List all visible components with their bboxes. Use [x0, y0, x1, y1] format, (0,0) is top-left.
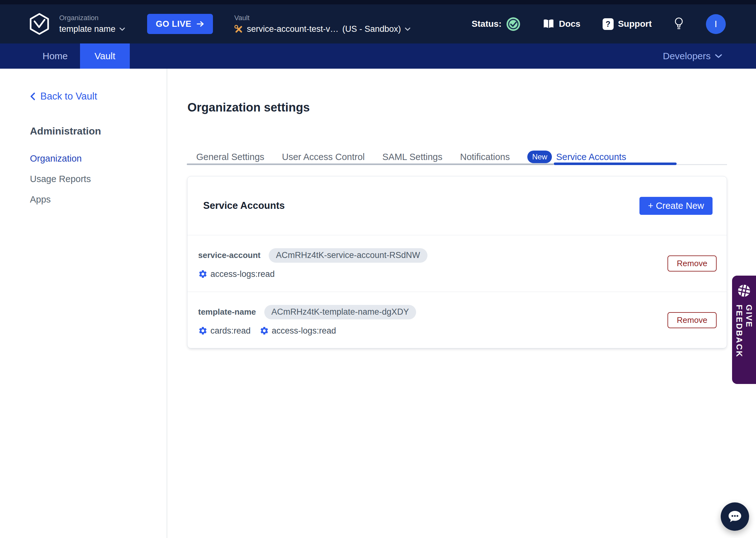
service-account-row: template-nameACmRHz4tK-template-name-dgX…	[188, 292, 727, 349]
sidebar-item-organization[interactable]: Organization	[30, 153, 91, 164]
remove-button[interactable]: Remove	[668, 312, 717, 328]
support-link[interactable]: ? Support	[603, 18, 652, 30]
back-to-vault-label: Back to Vault	[40, 91, 97, 102]
primary-nav: Home Vault Developers	[0, 43, 756, 69]
lightbulb-icon[interactable]	[674, 17, 684, 31]
service-accounts-card: Service Accounts + Create New service-ac…	[187, 176, 727, 349]
give-feedback-label: GIVE FEEDBACK	[734, 304, 754, 384]
app-header: Organization template name GO LIVE Vault…	[0, 4, 756, 43]
header-actions: Status: Docs ? Support I	[471, 14, 726, 34]
card-header: Service Accounts + Create New	[188, 176, 727, 235]
tab-label: Notifications	[460, 152, 510, 162]
tab-user-access-control[interactable]: User Access Control	[282, 152, 365, 162]
gear-icon	[259, 326, 269, 336]
sidebar-item-usage-reports[interactable]: Usage Reports	[30, 174, 91, 184]
nav-tab-home[interactable]: Home	[42, 43, 68, 69]
feedback-grid-icon	[737, 284, 751, 298]
avatar[interactable]: I	[706, 14, 726, 34]
developers-label: Developers	[663, 51, 711, 61]
vault-name: service-account-test-v…	[247, 24, 339, 34]
sidebar-item-apps[interactable]: Apps	[30, 194, 91, 205]
chevron-down-icon	[715, 54, 722, 58]
sidebar-section-title: Administration	[30, 125, 101, 137]
sidebar-divider	[167, 69, 167, 538]
sidebar-nav: OrganizationUsage ReportsApps	[30, 153, 91, 205]
arrow-right-icon	[196, 21, 204, 27]
chevron-down-icon	[119, 27, 125, 31]
gear-icon	[198, 326, 208, 336]
tabs-underline	[187, 163, 554, 165]
tab-label: General Settings	[196, 152, 264, 162]
tab-saml-settings[interactable]: SAML Settings	[382, 152, 443, 162]
card-title: Service Accounts	[203, 200, 285, 211]
account-list: service-accountACmRHz4tK-service-account…	[188, 235, 727, 349]
book-icon	[543, 19, 554, 29]
tab-label: SAML Settings	[382, 152, 443, 162]
scope-access-logs-read: access-logs:read	[198, 269, 275, 279]
active-tab-indicator	[554, 163, 676, 165]
tab-label: Service Accounts	[556, 152, 626, 162]
avatar-letter: I	[714, 19, 717, 29]
chevron-left-icon	[30, 92, 35, 100]
status-ok-icon	[506, 17, 521, 31]
scope-label: access-logs:read	[210, 269, 275, 279]
org-label: Organization	[59, 14, 125, 22]
tab-label: User Access Control	[282, 152, 365, 162]
question-icon: ?	[603, 18, 614, 30]
account-token-pill: ACmRHz4tK-template-name-dgXDY	[264, 305, 416, 319]
give-feedback-tab[interactable]: GIVE FEEDBACK	[732, 276, 756, 384]
window-top-strip	[0, 0, 756, 4]
nav-tab-vault[interactable]: Vault	[80, 43, 130, 69]
vault-switcher[interactable]: Vault service-account-test-v… (US - Sand…	[234, 14, 410, 34]
account-name: template-name	[198, 307, 256, 317]
settings-tabs: General SettingsUser Access ControlSAML …	[196, 150, 626, 164]
account-scopes: access-logs:read	[198, 269, 427, 279]
scope-cards-read: cards:read	[198, 326, 251, 336]
tab-service-accounts[interactable]: NewService Accounts	[527, 150, 626, 163]
go-live-button[interactable]: GO LIVE	[147, 14, 213, 34]
support-label: Support	[618, 19, 652, 29]
vault-region: (US - Sandbox)	[343, 24, 401, 34]
org-switcher[interactable]: Organization template name	[59, 14, 125, 34]
org-name: template name	[59, 24, 116, 34]
vgs-logo-icon	[29, 13, 50, 35]
sandbox-wrench-icon	[234, 25, 243, 34]
account-scopes: cards:readaccess-logs:read	[198, 326, 416, 336]
tab-general-settings[interactable]: General Settings	[196, 152, 264, 162]
status-link[interactable]: Status:	[471, 17, 521, 31]
chevron-down-icon	[405, 27, 410, 31]
status-label: Status:	[471, 19, 502, 29]
account-info: service-accountACmRHz4tK-service-account…	[198, 248, 427, 279]
tabs-underline-right	[676, 164, 727, 165]
scope-access-logs-read: access-logs:read	[259, 326, 336, 336]
service-account-row: service-accountACmRHz4tK-service-account…	[188, 235, 727, 292]
docs-link[interactable]: Docs	[543, 19, 580, 29]
create-new-button[interactable]: + Create New	[639, 197, 713, 215]
back-to-vault-link[interactable]: Back to Vault	[30, 91, 97, 102]
account-info: template-nameACmRHz4tK-template-name-dgX…	[198, 305, 416, 336]
scope-label: cards:read	[210, 326, 251, 336]
account-token-pill: ACmRHz4tK-service-account-RSdNW	[269, 248, 427, 263]
developers-menu[interactable]: Developers	[663, 43, 722, 69]
account-name: service-account	[198, 250, 260, 260]
new-badge: New	[527, 150, 552, 163]
docs-label: Docs	[559, 19, 580, 29]
chat-button[interactable]	[721, 503, 749, 531]
tab-notifications[interactable]: Notifications	[460, 152, 510, 162]
scope-label: access-logs:read	[272, 326, 336, 336]
go-live-label: GO LIVE	[156, 19, 191, 29]
chat-icon	[727, 510, 742, 523]
remove-button[interactable]: Remove	[668, 255, 717, 272]
page-title: Organization settings	[188, 101, 310, 114]
vault-label: Vault	[234, 14, 410, 22]
gear-icon	[198, 269, 208, 279]
